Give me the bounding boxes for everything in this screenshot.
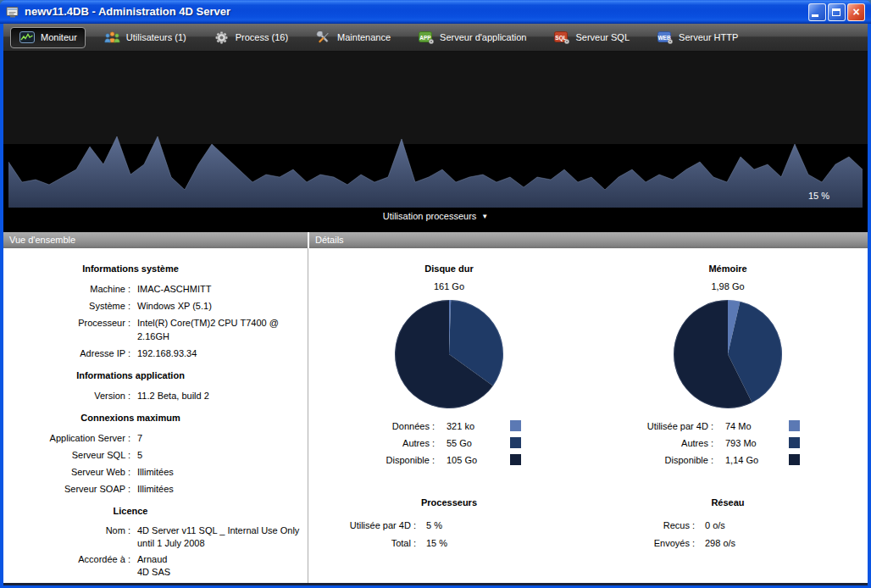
toolbar-item-maintenance[interactable]: Maintenance xyxy=(307,27,399,48)
legend-label: Autres : xyxy=(309,435,435,452)
section-title: Connexions maximum xyxy=(3,409,258,426)
legend-label: Disponible : xyxy=(588,452,713,469)
legend-row: Données :321 ko xyxy=(309,418,589,435)
toolbar-item-label: Moniteur xyxy=(41,32,77,42)
stat-label: Envoyés : xyxy=(588,535,695,552)
chevron-down-icon: ▼ xyxy=(481,213,488,220)
toolbar-item-label: Utilisateurs (1) xyxy=(126,32,186,42)
app-window: newv11.4DB - Administration 4D Server × … xyxy=(0,0,871,588)
bottom-strip xyxy=(3,583,868,585)
monitor-panel: 15 % Utilisation processeurs▼ xyxy=(3,52,868,232)
legend-label: Autres : xyxy=(588,435,713,452)
overview-header: Vue d'ensemble xyxy=(3,232,308,248)
maximize-icon xyxy=(832,8,840,16)
info-label: Version : xyxy=(3,389,130,402)
info-value-line: Intel(R) Core(TM)2 CPU T7400 @ 2.16GH xyxy=(137,316,308,343)
info-label: Accordée à : xyxy=(3,553,130,579)
cpu-current-value: 15 % xyxy=(808,191,829,201)
info-value-line: Windows XP (5.1) xyxy=(137,299,308,313)
legend-swatch xyxy=(510,454,521,465)
pie-legend: Utilisée par 4D :74 MoAutres :793 MoDisp… xyxy=(588,418,868,469)
info-row: Accordée à :Arnaud4D SAS xyxy=(3,552,308,580)
info-value-line: Arnaud xyxy=(137,553,308,566)
info-value: 4D Server v11 SQL _ Internal Use Onlyunt… xyxy=(137,524,308,550)
toolbar-item-serveur-sql[interactable]: SQLServeur SQL xyxy=(545,27,638,48)
info-value: Illimitées xyxy=(137,465,308,479)
section-title: Informations système xyxy=(3,260,258,277)
disque-dur-pie-chart xyxy=(394,299,504,409)
info-value: 5 xyxy=(137,448,308,462)
maximize-button[interactable] xyxy=(828,3,846,21)
section-title: Licence xyxy=(3,502,258,519)
svg-text:WEB: WEB xyxy=(657,34,670,40)
toolbar-item-label: Serveur d'application xyxy=(440,32,526,42)
info-row: Serveur Web :Illimitées xyxy=(3,463,308,480)
info-label: Application Server : xyxy=(3,431,130,445)
info-value-line: until 1 July 2008 xyxy=(137,537,308,550)
info-label: Serveur SQL : xyxy=(3,448,130,462)
info-label: Machine : xyxy=(3,282,130,296)
minimize-button[interactable] xyxy=(808,3,826,21)
stat-label: Total : xyxy=(309,535,416,552)
stat-value: 15 % xyxy=(426,535,589,552)
info-row: Application Server :7 xyxy=(3,430,308,447)
legend-row: Disponible :105 Go xyxy=(309,452,589,469)
monitor-chart-icon xyxy=(19,31,36,44)
app-icon xyxy=(6,5,19,19)
toolbar-item-moniteur[interactable]: Moniteur xyxy=(10,27,86,48)
section-title: Informations application xyxy=(3,367,258,384)
stat-label: Utilisée par 4D : xyxy=(309,517,416,535)
info-row: Machine :IMAC-ASCHMITT xyxy=(3,280,308,297)
legend-label: Données : xyxy=(309,418,435,435)
toolbar-item-process-16[interactable]: Process (16) xyxy=(205,27,297,48)
info-value-line: 4D Server v11 SQL _ Internal Use Only xyxy=(137,524,308,537)
close-button[interactable]: × xyxy=(847,3,865,21)
window-controls: × xyxy=(808,3,865,21)
info-value: 192.168.93.34 xyxy=(137,347,308,360)
legend-swatch xyxy=(789,454,800,465)
stat-row: Total :15 % xyxy=(309,535,589,552)
info-row: Serveur SOAP :Illimitées xyxy=(3,480,308,497)
info-row: Serveur SQL :5 xyxy=(3,447,308,463)
info-value-line: Illimitées xyxy=(137,465,308,479)
pie-legend: Données :321 koAutres :55 GoDisponible :… xyxy=(309,418,589,469)
toolbar-item-serveur-http[interactable]: WEBServeur HTTP xyxy=(648,27,746,48)
titlebar[interactable]: newv11.4DB - Administration 4D Server × xyxy=(0,0,871,24)
legend-swatch xyxy=(789,437,800,448)
info-label: Processeur : xyxy=(3,316,130,343)
toolbar-item-utilisateurs-1[interactable]: Utilisateurs (1) xyxy=(96,27,195,48)
stats-rows: Recus :0 o/sEnvoyés :298 o/s xyxy=(588,517,868,552)
details-panel: Disque dur161 GoDonnées :321 koAutres :5… xyxy=(308,248,868,583)
pie-title: Disque dur xyxy=(309,260,589,277)
info-label: Système : xyxy=(3,299,130,313)
stat-value: 0 o/s xyxy=(705,517,868,535)
info-value-line: IMAC-ASCHMITT xyxy=(137,282,308,296)
details-column-memory: Mémoire1,98 GoUtilisée par 4D :74 MoAutr… xyxy=(588,248,868,583)
toolbar-item-label: Serveur HTTP xyxy=(679,32,738,42)
pie-total: 161 Go xyxy=(309,278,589,295)
legend-swatch xyxy=(510,420,521,431)
overview-panel: Informations systèmeMachine :IMAC-ASCHMI… xyxy=(3,248,308,583)
toolbar-item-serveur-d-application[interactable]: APPServeur d'application xyxy=(409,27,535,48)
gear-icon xyxy=(214,31,230,44)
legend-row: Disponible :1,14 Go xyxy=(588,452,868,469)
info-value: 11.2 Beta, build 2 xyxy=(137,389,308,402)
info-label: Serveur Web : xyxy=(3,465,130,479)
close-icon: × xyxy=(848,4,864,20)
legend-label: Utilisée par 4D : xyxy=(588,418,713,435)
cpu-usage-area-chart xyxy=(8,130,863,208)
info-value: IMAC-ASCHMITT xyxy=(137,282,308,296)
chart-metric-selector[interactable]: Utilisation processeurs▼ xyxy=(3,209,868,224)
info-row: Version :11.2 Beta, build 2 xyxy=(3,387,308,404)
legend-swatch xyxy=(510,437,521,448)
info-value-line: Illimitées xyxy=(137,482,308,496)
info-row: Nom :4D Server v11 SQL _ Internal Use On… xyxy=(3,523,308,552)
info-value: Windows XP (5.1) xyxy=(137,299,308,313)
sql-server-icon: SQL xyxy=(553,31,570,44)
info-value: Intel(R) Core(TM)2 CPU T7400 @ 2.16GH xyxy=(137,316,308,343)
pie-total: 1,98 Go xyxy=(588,278,868,295)
info-value-line: 11.2 Beta, build 2 xyxy=(137,389,308,402)
stat-row: Recus :0 o/s xyxy=(588,517,868,535)
stats-title: Processeurs xyxy=(309,494,589,511)
info-value-line: 5 xyxy=(137,448,308,462)
